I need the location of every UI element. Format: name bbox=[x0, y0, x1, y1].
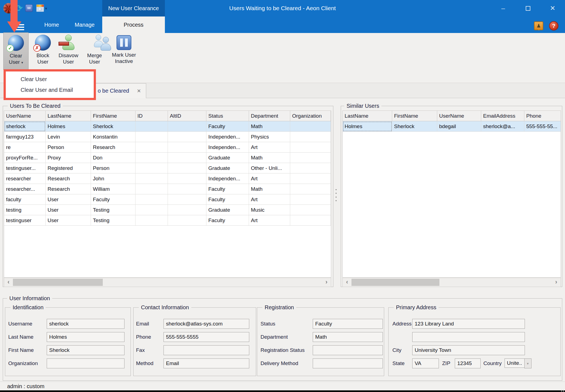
grid-cell[interactable]: Art bbox=[249, 142, 290, 153]
grid-cell[interactable]: Research bbox=[46, 184, 91, 194]
grid-cell[interactable] bbox=[168, 163, 206, 173]
grid-cell[interactable]: William bbox=[91, 184, 135, 194]
grid-cell[interactable] bbox=[290, 173, 331, 184]
grid-cell[interactable] bbox=[290, 163, 331, 173]
grid-cell[interactable] bbox=[135, 153, 168, 163]
field-input[interactable] bbox=[313, 345, 383, 355]
column-header[interactable]: FirstName bbox=[91, 111, 135, 121]
grid-cell[interactable]: Faculty bbox=[91, 194, 135, 205]
grid-cell[interactable]: faculty bbox=[4, 194, 46, 205]
table-row[interactable]: researcherResearchJohnIndependen...Art bbox=[4, 173, 331, 184]
grid-cell[interactable] bbox=[135, 194, 168, 205]
grid-cell[interactable] bbox=[290, 184, 331, 194]
grid-cell[interactable]: re bbox=[4, 142, 46, 153]
grid-cell[interactable]: Faculty bbox=[206, 184, 249, 194]
grid-cell[interactable]: Don bbox=[91, 153, 135, 163]
grid-cell[interactable]: Registered bbox=[46, 163, 91, 173]
country-combo[interactable]: ▾ bbox=[505, 358, 531, 368]
field-input[interactable] bbox=[164, 332, 249, 342]
maximize-button[interactable] bbox=[516, 0, 540, 16]
grid-cell[interactable]: Konstantin bbox=[91, 132, 135, 142]
column-header[interactable]: ID bbox=[135, 111, 168, 121]
table-row[interactable]: proxyForRe...ProxyDonGraduateMath bbox=[4, 153, 331, 163]
notes-icon[interactable]: ♟ bbox=[534, 21, 543, 30]
grid-cell[interactable]: researcher... bbox=[4, 184, 46, 194]
grid-cell[interactable]: Independen... bbox=[206, 173, 249, 184]
grid-cell[interactable]: User bbox=[46, 205, 91, 215]
table-row[interactable]: testingUserTestingGraduateMusic bbox=[4, 205, 331, 215]
column-header[interactable]: EmailAddress bbox=[481, 111, 524, 121]
grid-cell[interactable] bbox=[168, 184, 206, 194]
grid-cell[interactable]: Holmes bbox=[46, 121, 91, 132]
column-header[interactable]: Department bbox=[249, 111, 290, 121]
grid-cell[interactable] bbox=[168, 121, 206, 132]
grid-cell[interactable] bbox=[135, 184, 168, 194]
city-field[interactable] bbox=[412, 345, 525, 355]
scroll-right-icon[interactable]: › bbox=[323, 278, 330, 287]
quick-access-caret-icon[interactable]: ▾ bbox=[45, 6, 47, 11]
column-header[interactable]: Status bbox=[206, 111, 249, 121]
grid-cell[interactable]: Person bbox=[91, 163, 135, 173]
field-input[interactable] bbox=[313, 358, 383, 368]
grid-cell[interactable]: User bbox=[46, 215, 91, 226]
block-user-button[interactable]: ✗ Block User bbox=[31, 32, 55, 70]
grid-cell[interactable]: sherlock bbox=[4, 121, 46, 132]
grid-cell[interactable]: Faculty bbox=[206, 121, 249, 132]
grid-cell[interactable]: Levin bbox=[46, 132, 91, 142]
grid-cell[interactable]: Proxy bbox=[46, 153, 91, 163]
grid-cell[interactable]: testinguser bbox=[4, 215, 46, 226]
close-button[interactable]: ✕ bbox=[540, 0, 565, 16]
address-line2-field[interactable] bbox=[412, 332, 525, 342]
grid-cell[interactable] bbox=[135, 173, 168, 184]
grid-cell[interactable] bbox=[290, 215, 331, 226]
field-input[interactable] bbox=[164, 345, 249, 355]
grid-cell[interactable]: Faculty bbox=[206, 215, 249, 226]
help-icon[interactable]: ? bbox=[549, 21, 558, 31]
grid-cell[interactable] bbox=[290, 194, 331, 205]
grid-cell[interactable]: sherlock@a... bbox=[481, 121, 524, 132]
country-dropdown-icon[interactable]: ▾ bbox=[524, 358, 531, 368]
grid-cell[interactable]: Holmes bbox=[343, 121, 392, 132]
table-row[interactable]: sherlockHolmesSherlockFacultyMath bbox=[4, 121, 331, 132]
tab-close-icon[interactable]: ✕ bbox=[137, 88, 141, 94]
mail-icon[interactable]: ✉ bbox=[25, 4, 33, 12]
grid-cell[interactable]: Graduate bbox=[206, 163, 249, 173]
minimize-button[interactable]: – bbox=[491, 0, 516, 16]
grid-cell[interactable]: Math bbox=[249, 121, 290, 132]
column-header[interactable]: AltID bbox=[168, 111, 206, 121]
grid-cell[interactable]: Art bbox=[249, 194, 290, 205]
grid-cell[interactable] bbox=[135, 205, 168, 215]
table-row[interactable]: farmguy123LevinKonstantinIndependen...Ph… bbox=[4, 132, 331, 142]
scroll-thumb[interactable] bbox=[13, 279, 103, 286]
grid-cell[interactable]: Sherlock bbox=[91, 121, 135, 132]
country-field[interactable] bbox=[505, 358, 524, 368]
column-header[interactable]: Organization bbox=[290, 111, 331, 121]
table-row[interactable]: HolmesSherlockbdegailsherlock@a...555-55… bbox=[343, 121, 561, 132]
table-row[interactable]: rePersonResearchIndependen...Art bbox=[4, 142, 331, 153]
scroll-left-icon[interactable]: ‹ bbox=[343, 278, 351, 287]
grid-cell[interactable] bbox=[168, 142, 206, 153]
grid-cell[interactable]: Testing bbox=[91, 205, 135, 215]
grid-cell[interactable]: Math bbox=[249, 153, 290, 163]
grid-cell[interactable]: Graduate bbox=[206, 153, 249, 163]
grid-cell[interactable]: Graduate bbox=[206, 205, 249, 215]
grid-cell[interactable]: User bbox=[46, 194, 91, 205]
grid-cell[interactable]: researcher bbox=[4, 173, 46, 184]
column-header[interactable]: FirstName bbox=[392, 111, 437, 121]
mark-user-inactive-button[interactable]: Mark User Inactive bbox=[109, 32, 139, 70]
grid-cell[interactable]: Research bbox=[91, 142, 135, 153]
scroll-right-icon[interactable]: › bbox=[552, 278, 560, 287]
zip-field[interactable] bbox=[455, 358, 481, 368]
grid-cell[interactable] bbox=[290, 142, 331, 153]
grid-cell[interactable]: 555-555-55... bbox=[524, 121, 561, 132]
clear-user-button[interactable]: ✓ Clear User ▾ bbox=[3, 32, 29, 70]
grid-cell[interactable]: Art bbox=[249, 173, 290, 184]
field-input[interactable] bbox=[47, 358, 124, 368]
scroll-thumb[interactable] bbox=[351, 279, 439, 286]
field-input[interactable] bbox=[47, 319, 124, 329]
table-row[interactable]: testinguserUserTestingFacultyArt bbox=[4, 215, 331, 226]
grid-cell[interactable] bbox=[290, 132, 331, 142]
grid-cell[interactable] bbox=[135, 215, 168, 226]
column-header[interactable]: LastName bbox=[343, 111, 392, 121]
grid-cell[interactable]: Faculty bbox=[206, 194, 249, 205]
